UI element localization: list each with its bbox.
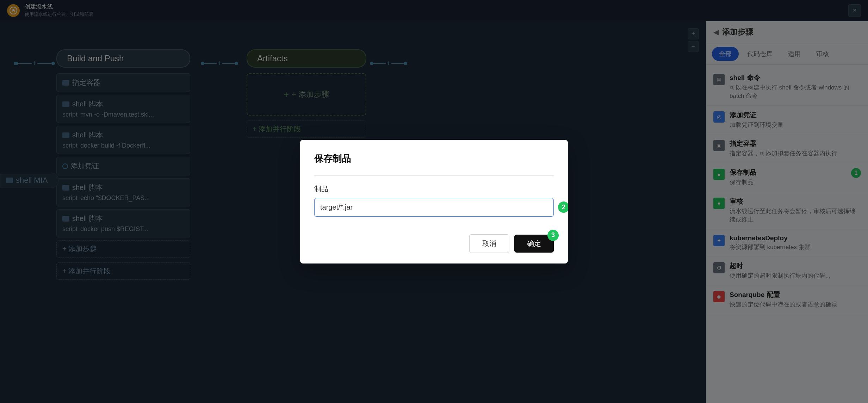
modal-field-label: 制品 — [314, 184, 554, 194]
modal-input-row: 2 — [314, 198, 554, 217]
modal-save-artifact: 保存制品 制品 2 取消 确定 3 — [300, 140, 568, 264]
modal-overlay[interactable]: 保存制品 制品 2 取消 确定 3 — [0, 0, 868, 403]
modal-body: 保存制品 制品 2 — [300, 140, 568, 227]
input-badge-2: 2 — [558, 202, 568, 213]
modal-footer: 取消 确定 3 — [300, 227, 568, 264]
artifact-path-input[interactable] — [314, 198, 554, 217]
modal-title: 保存制品 — [314, 153, 554, 165]
cancel-button[interactable]: 取消 — [469, 234, 509, 253]
confirm-badge-3: 3 — [547, 230, 559, 241]
modal-divider — [314, 175, 554, 176]
